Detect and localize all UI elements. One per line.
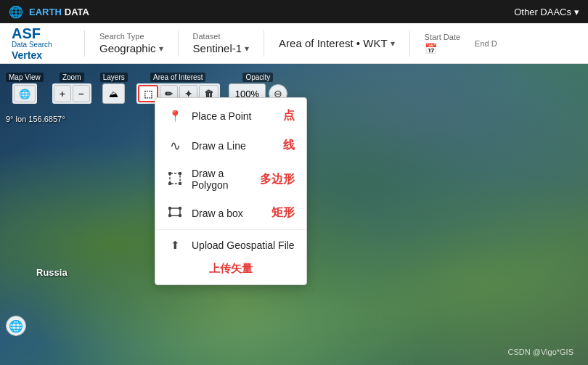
draw-box-icon bbox=[167, 205, 183, 221]
upload-file-icon: ⬆ bbox=[167, 239, 183, 252]
draw-line-icon: ∿ bbox=[167, 138, 183, 153]
end-date-label: End D bbox=[475, 39, 497, 48]
aoi-label: Area of Interest • WKT bbox=[279, 37, 387, 49]
svg-point-1 bbox=[169, 172, 171, 174]
aoi-field: Area of Interest • WKT ▾ bbox=[279, 37, 394, 49]
layers-button[interactable]: ⛰ bbox=[102, 83, 125, 104]
zoom-group: Zoom + − bbox=[52, 73, 91, 104]
draw-box-label-cn: 矩形 bbox=[271, 205, 295, 221]
draw-polygon-label: Draw a Polygon bbox=[192, 168, 251, 191]
map-view-controls: 🌐 bbox=[12, 83, 37, 104]
dataset-chevron: ▾ bbox=[245, 44, 249, 54]
aoi-select[interactable]: Area of Interest • WKT ▾ bbox=[279, 37, 394, 49]
upload-cn-label-row: 上传矢量 bbox=[155, 259, 306, 282]
dataset-label: Dataset bbox=[193, 32, 250, 41]
asf-logo: ASF Data Search Vertex bbox=[12, 26, 70, 61]
search-type-select[interactable]: Geographic ▾ bbox=[99, 42, 163, 54]
dataset-select[interactable]: Sentinel-1 ▾ bbox=[193, 42, 250, 54]
svg-point-3 bbox=[179, 182, 181, 184]
zoom-out-button[interactable]: − bbox=[73, 85, 90, 102]
place-point-label-cn: 点 bbox=[283, 108, 295, 123]
globe-nav-icon: 🌐 bbox=[9, 5, 23, 19]
search-type-chevron: ▾ bbox=[159, 44, 163, 54]
layers-group: Layers ⛰ bbox=[100, 73, 128, 104]
svg-point-4 bbox=[169, 182, 171, 184]
draw-line-label: Draw a Line bbox=[192, 140, 274, 152]
aoi-draw-polygon[interactable]: Draw a Polygon 多边形 bbox=[155, 160, 306, 198]
globe-view-button[interactable]: 🌐 bbox=[14, 85, 36, 102]
svg-rect-5 bbox=[170, 208, 180, 216]
logo-earth-text: EARTH bbox=[29, 7, 62, 17]
svg-point-8 bbox=[179, 215, 181, 217]
search-type-field: Search Type Geographic ▾ bbox=[99, 32, 163, 54]
svg-point-9 bbox=[169, 215, 171, 217]
aoi-dropdown-menu: 📍 Place a Point 点 ∿ Draw a Line 线 Draw a… bbox=[155, 97, 307, 285]
search-bar: ASF Data Search Vertex Search Type Geogr… bbox=[0, 23, 588, 64]
start-date-field: Start Date 📅 bbox=[425, 33, 461, 54]
svg-point-6 bbox=[169, 208, 171, 210]
russia-map-label: Russia bbox=[36, 267, 68, 278]
map-view-label: Map View bbox=[6, 73, 44, 82]
other-daacs-label: Other DAACs bbox=[514, 7, 571, 17]
aoi-draw-line[interactable]: ∿ Draw a Line 线 bbox=[155, 131, 306, 160]
search-type-label: Search Type bbox=[99, 32, 163, 41]
draw-polygon-label-cn: 多边形 bbox=[260, 172, 295, 187]
upload-cn-label: 上传矢量 bbox=[209, 262, 253, 274]
separator-1 bbox=[84, 30, 85, 57]
asf-subtitle2: Vertex bbox=[12, 49, 42, 61]
asf-text: ASF bbox=[12, 26, 41, 41]
separator-3 bbox=[264, 30, 264, 57]
dataset-value: Sentinel-1 bbox=[193, 42, 242, 54]
aoi-chevron: ▾ bbox=[391, 38, 395, 49]
place-point-label: Place a Point bbox=[192, 110, 274, 122]
top-nav-bar: 🌐 EARTH DATA Other DAACs ▾ bbox=[0, 0, 588, 23]
svg-point-2 bbox=[179, 172, 181, 174]
zoom-in-button[interactable]: + bbox=[54, 85, 71, 102]
logo-data-text: DATA bbox=[65, 7, 89, 17]
svg-point-7 bbox=[179, 208, 181, 210]
svg-rect-0 bbox=[170, 173, 180, 184]
separator-4 bbox=[409, 30, 410, 57]
search-type-value: Geographic bbox=[99, 42, 156, 54]
opacity-label: Opacity bbox=[242, 73, 273, 82]
end-date-field: End D bbox=[475, 39, 497, 48]
map-view-group: Map View 🌐 bbox=[6, 73, 44, 104]
aoi-upload-file[interactable]: ⬆ Upload Geospatial File bbox=[155, 231, 306, 259]
draw-polygon-icon bbox=[167, 172, 183, 187]
place-point-icon: 📍 bbox=[167, 110, 183, 123]
projection-button[interactable]: 🌐 bbox=[6, 316, 26, 336]
asf-subtitle1: Data Search bbox=[12, 41, 52, 49]
earthdata-logo: 🌐 EARTH DATA bbox=[9, 5, 89, 19]
map-area[interactable]: Map View 🌐 Zoom + − Layers ⛰ Area of Int… bbox=[0, 64, 588, 365]
zoom-controls: + − bbox=[52, 83, 91, 104]
separator-2 bbox=[178, 30, 179, 57]
draw-box-label: Draw a box bbox=[192, 208, 263, 219]
upload-file-label: Upload Geospatial File bbox=[192, 239, 295, 251]
coordinates-display: 9° lon 156.6857° bbox=[6, 115, 65, 123]
aoi-draw-box[interactable]: Draw a box 矩形 bbox=[155, 198, 306, 228]
csdn-watermark: CSDN @Vigo*GIS bbox=[508, 348, 573, 356]
layers-label: Layers bbox=[100, 73, 128, 82]
start-date-label: Start Date bbox=[425, 33, 461, 41]
other-daacs-chevron: ▾ bbox=[574, 7, 579, 17]
zoom-label: Zoom bbox=[60, 73, 84, 82]
start-date-calendar-icon: 📅 bbox=[425, 43, 437, 54]
aoi-toolbar-label: Area of Interest bbox=[150, 73, 205, 82]
aoi-place-point[interactable]: 📍 Place a Point 点 bbox=[155, 101, 306, 131]
draw-line-label-cn: 线 bbox=[283, 138, 295, 153]
other-daacs-button[interactable]: Other DAACs ▾ bbox=[514, 7, 579, 17]
dataset-field: Dataset Sentinel-1 ▾ bbox=[193, 32, 250, 54]
dropdown-divider bbox=[155, 229, 306, 230]
